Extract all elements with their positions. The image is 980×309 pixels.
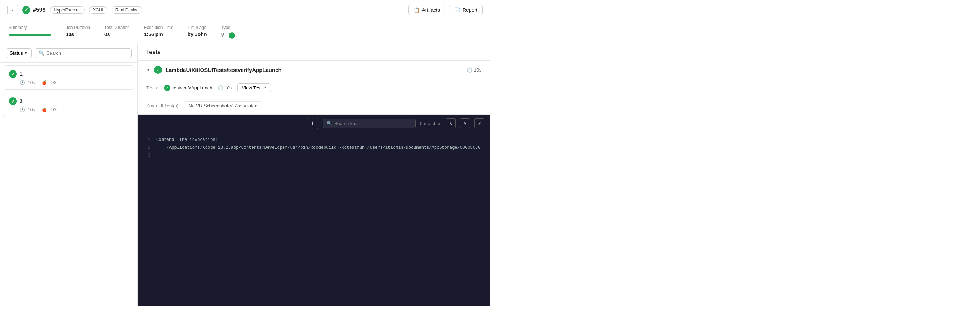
type-check-icon: ✓: [229, 32, 235, 39]
status-check-icon: ✓: [22, 6, 30, 14]
expand-icon: ⤢: [478, 121, 481, 126]
test-duration-label: Test Duration: [104, 25, 130, 30]
by-label: by John: [188, 32, 207, 37]
execution-time-value: 1:56 pm: [144, 32, 173, 37]
test-badge: ✓ testverifyAppLunch: [164, 85, 212, 91]
test-detail: ▼ ✓ LambdaUiKitIOSUITests/testverifyAppL…: [138, 61, 490, 306]
log-download-button[interactable]: ⬇: [307, 118, 318, 129]
platform: iOS: [50, 107, 57, 112]
top-bar-right: 📋 Artifacts 📄 Report: [408, 5, 483, 15]
meta-row: Summary Job Duration 10s Test Duration 0…: [0, 20, 490, 44]
report-button[interactable]: 📄 Report: [449, 5, 483, 15]
chevron-up-icon: ∧: [449, 121, 452, 126]
artifacts-icon: 📋: [414, 7, 420, 13]
summary-label: Summary: [9, 25, 51, 30]
test-duration: 10s: [28, 80, 35, 85]
job-duration-meta: Job Duration 10s: [66, 25, 90, 37]
platform: iOS: [50, 80, 57, 85]
log-line: 1 Command line invocation:: [143, 137, 484, 143]
log-prev-button[interactable]: ∧: [446, 118, 456, 128]
top-bar: ‹ ✓ #599 HyperExecute XCUI Real Device 📋…: [0, 0, 490, 20]
job-number: #599: [33, 7, 46, 13]
log-line-number: 2: [143, 145, 151, 151]
tag-hyperexecute[interactable]: HyperExecute: [50, 6, 85, 14]
type-icons: ⑂ · ✓: [221, 32, 235, 39]
apple-icon: 🍎: [42, 108, 47, 112]
chevron-down-icon: ∨: [463, 121, 467, 126]
test-pass-badge-icon: ✓: [164, 85, 170, 91]
right-panel-header: Tests: [138, 44, 490, 61]
log-toolbar: ⬇ 🔍 0 matches ∧ ∨ ⤢: [138, 115, 490, 132]
test-item-header: ✓ 1: [9, 70, 128, 78]
external-link-icon: ↗: [263, 86, 266, 90]
artifacts-label: Artifacts: [422, 7, 440, 13]
artifacts-button[interactable]: 📋 Artifacts: [408, 5, 445, 15]
log-search-input[interactable]: [334, 121, 412, 126]
status-filter-chevron: ▼: [24, 51, 28, 55]
suite-duration-value: 10s: [474, 67, 481, 73]
test-list: ✓ 1 🕐 10s · 🍎 iOS ✓ 2 🕐: [0, 62, 137, 306]
summary-meta: Summary: [9, 25, 51, 36]
log-line-text: /Applications/Xcode_13.2.app/Contents/De…: [156, 145, 480, 151]
main-layout: Status ▼ 🔍 ✓ 1 🕐 10s · 🍎 iOS: [0, 44, 490, 306]
type-meta: Type ⑂ · ✓: [221, 25, 235, 39]
test-item-id: 1: [20, 71, 22, 77]
log-content[interactable]: 1 Command line invocation: 2 /Applicatio…: [138, 132, 490, 306]
top-bar-left: ‹ ✓ #599 HyperExecute XCUI Real Device: [7, 5, 142, 15]
report-label: Report: [463, 7, 477, 13]
left-search-box[interactable]: 🔍: [35, 48, 132, 58]
type-dot: ·: [226, 33, 227, 38]
back-button[interactable]: ‹: [7, 5, 18, 15]
left-toolbar: Status ▼ 🔍: [0, 44, 137, 62]
clock-icon: 🕐: [20, 80, 25, 85]
test-item-header: ✓ 2: [9, 97, 128, 105]
log-line-number: 1: [143, 137, 151, 143]
apple-icon: 🍎: [42, 80, 47, 85]
test-item-meta: 🕐 10s · 🍎 iOS: [9, 80, 128, 85]
time-ago-label: 1 min ago: [188, 25, 207, 30]
test-item[interactable]: ✓ 2 🕐 10s · 🍎 iOS: [3, 92, 134, 117]
summary-bar-fill: [9, 33, 51, 36]
expand-row: ▼ ✓ LambdaUiKitIOSUITests/testverifyAppL…: [138, 61, 490, 79]
separator: ·: [38, 80, 38, 85]
suite-name: LambdaUiKitIOSUITests/testverifyAppLaunc…: [165, 67, 282, 73]
status-filter-label: Status: [10, 51, 23, 56]
back-icon: ‹: [12, 7, 14, 13]
expand-left: ▼ ✓ LambdaUiKitIOSUITests/testverifyAppL…: [146, 66, 282, 74]
log-expand-button[interactable]: ⤢: [474, 118, 484, 128]
branch-icon: ⑂: [221, 32, 224, 39]
smartui-label: SmartUI Test(s): [146, 103, 178, 108]
clock-icon-test: 🕐: [218, 86, 223, 91]
log-line-number: 3: [143, 152, 151, 159]
view-test-button[interactable]: View Test ↗: [237, 83, 271, 92]
test-item-meta: 🕐 10s · 🍎 iOS: [9, 107, 128, 112]
log-line-text: Command line invocation:: [156, 137, 218, 143]
tests-label: Tests:: [146, 85, 158, 91]
test-duration: 10s: [28, 107, 35, 112]
log-next-button[interactable]: ∨: [460, 118, 470, 128]
suite-pass-icon: ✓: [154, 66, 162, 74]
clock-icon-suite: 🕐: [467, 67, 473, 73]
job-duration-label: Job Duration: [66, 25, 90, 30]
type-label: Type: [221, 25, 235, 30]
report-icon: 📄: [454, 7, 460, 13]
status-filter-button[interactable]: Status ▼: [6, 48, 32, 58]
view-test-label: View Test: [242, 85, 262, 91]
tests-sub-row: Tests: ✓ testverifyAppLunch 🕐 10s View T…: [138, 79, 490, 97]
job-title: ✓ #599: [22, 6, 46, 14]
test-pass-icon: ✓: [9, 97, 17, 105]
tag-xcui[interactable]: XCUI: [89, 6, 107, 14]
log-search-icon: 🔍: [327, 121, 332, 126]
tag-real-device[interactable]: Real Device: [111, 6, 143, 14]
test-item[interactable]: ✓ 1 🕐 10s · 🍎 iOS: [3, 65, 134, 90]
test-badge-duration: 10s: [225, 86, 232, 91]
suite-duration: 🕐 10s: [467, 67, 481, 73]
summary-bar-container: [9, 33, 51, 36]
test-duration-meta: Test Duration 0s: [104, 25, 130, 37]
summary-bar: [9, 33, 51, 36]
log-matches: 0 matches: [420, 121, 441, 126]
search-input[interactable]: [46, 51, 127, 56]
log-search-box[interactable]: 🔍: [323, 119, 416, 128]
chevron-down-icon[interactable]: ▼: [146, 67, 151, 72]
test-duration-value: 0s: [104, 32, 130, 37]
